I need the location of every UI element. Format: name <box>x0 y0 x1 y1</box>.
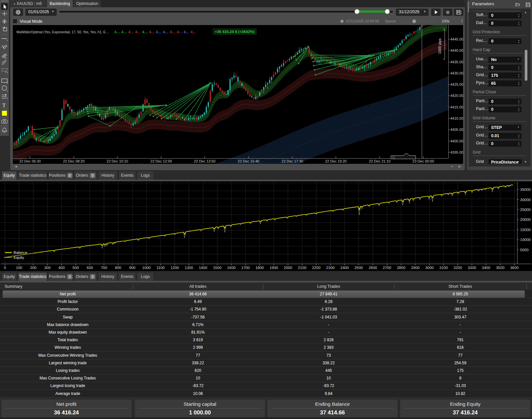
svg-text:200: 200 <box>30 266 36 270</box>
svg-text:4…: 4… <box>156 30 162 34</box>
svg-text:3300: 3300 <box>468 266 476 270</box>
svg-text:3600: 3600 <box>510 266 519 270</box>
svg-text:400: 400 <box>58 266 65 270</box>
svg-text:4435.00: 4435.00 <box>450 60 463 64</box>
svg-text:1900: 1900 <box>270 266 278 270</box>
svg-text:4440.00: 4440.00 <box>450 48 463 52</box>
svg-text:2000: 2000 <box>284 266 292 270</box>
svg-text:1000 pips: 1000 pips <box>438 38 442 54</box>
svg-text:4425.00: 4425.00 <box>450 82 463 86</box>
svg-text:3200: 3200 <box>454 266 462 270</box>
svg-text:4…: 4… <box>114 30 120 34</box>
svg-text:4430.00: 4430.00 <box>450 71 463 75</box>
svg-text:1800: 1800 <box>255 266 264 270</box>
svg-text:10000: 10000 <box>520 238 531 242</box>
svg-text:4…: 4… <box>170 30 175 34</box>
svg-text:100: 100 <box>16 266 22 270</box>
svg-text:2800: 2800 <box>397 266 405 270</box>
svg-text:2400: 2400 <box>340 266 349 270</box>
svg-text:500: 500 <box>73 266 79 270</box>
svg-text:15000: 15000 <box>520 228 531 232</box>
svg-text:4…: 4… <box>128 30 134 34</box>
svg-text:4400.00: 4400.00 <box>450 139 463 143</box>
svg-text:+36 416.24 $ (+3642%): +36 416.24 $ (+3642%) <box>215 30 255 34</box>
svg-text:4415.00: 4415.00 <box>450 105 463 109</box>
svg-text:3000: 3000 <box>425 266 434 270</box>
svg-text:2200: 2200 <box>312 266 321 270</box>
svg-text:600: 600 <box>87 266 93 270</box>
svg-text:2500: 2500 <box>354 266 363 270</box>
svg-text:MaWilderOptimal (Yes, Exponent: MaWilderOptimal (Yes, Exponential, 17, 5… <box>16 30 109 34</box>
svg-text:4…: 4… <box>191 30 196 34</box>
svg-text:20000: 20000 <box>520 218 531 222</box>
svg-text:22 Dec 06:30: 22 Dec 06:30 <box>19 159 41 163</box>
svg-text:4…: 4… <box>121 30 127 34</box>
svg-text:4410.00: 4410.00 <box>450 116 463 120</box>
svg-text:4…: 4… <box>135 30 141 34</box>
svg-text:25000: 25000 <box>520 208 531 212</box>
svg-text:Equity: Equity <box>14 255 24 259</box>
svg-text:1600: 1600 <box>227 266 236 270</box>
svg-text:4445.00: 4445.00 <box>450 37 463 41</box>
svg-text:4420.00: 4420.00 <box>450 94 463 98</box>
svg-text:23 Dec 00:00: 23 Dec 00:00 <box>412 159 434 163</box>
svg-text:1300: 1300 <box>185 266 193 270</box>
svg-text:F: F <box>5 70 7 74</box>
svg-text:4…: 4… <box>142 30 148 34</box>
svg-text:4…: 4… <box>177 30 182 34</box>
svg-text:1700: 1700 <box>241 266 250 270</box>
svg-text:T: T <box>2 102 6 108</box>
svg-text:2100: 2100 <box>298 266 307 270</box>
svg-text:4…: 4… <box>149 30 155 34</box>
svg-text:Balance: Balance <box>14 251 27 254</box>
svg-text:22 Dec 19:20: 22 Dec 19:20 <box>325 159 346 163</box>
svg-text:2900: 2900 <box>411 266 420 270</box>
svg-text:22 Dec 08:20: 22 Dec 08:20 <box>63 159 84 163</box>
svg-text:2600: 2600 <box>369 266 377 270</box>
svg-text:3400: 3400 <box>482 266 490 270</box>
svg-text:3500: 3500 <box>496 266 505 270</box>
svg-text:2300: 2300 <box>326 266 335 270</box>
svg-text:3100: 3100 <box>439 266 448 270</box>
svg-text:22 Dec 10:10: 22 Dec 10:10 <box>106 159 128 163</box>
svg-text:30000: 30000 <box>520 198 531 202</box>
svg-text:1100: 1100 <box>157 266 165 270</box>
svg-text:22 Dec 21:10: 22 Dec 21:10 <box>369 159 390 163</box>
svg-text:22 Dec 12:00: 22 Dec 12:00 <box>150 159 172 163</box>
svg-text:4395.00: 4395.00 <box>450 150 463 154</box>
svg-text:2700: 2700 <box>383 266 391 270</box>
svg-text:700: 700 <box>101 266 107 270</box>
svg-text:1500: 1500 <box>213 266 222 270</box>
svg-text:1400: 1400 <box>199 266 207 270</box>
svg-text:4…: 4… <box>184 30 189 34</box>
svg-text:22 Dec 13:50: 22 Dec 13:50 <box>194 159 215 163</box>
svg-text:4405.00: 4405.00 <box>450 128 463 132</box>
svg-text:1000: 1000 <box>142 266 151 270</box>
svg-text:5000: 5000 <box>520 248 529 252</box>
svg-text:35000: 35000 <box>520 188 531 192</box>
svg-text:1200: 1200 <box>170 266 179 270</box>
svg-text:300: 300 <box>44 266 50 270</box>
svg-text:0: 0 <box>4 266 6 270</box>
svg-text:4…: 4… <box>163 30 168 34</box>
svg-text:900: 900 <box>129 266 135 270</box>
svg-text:22 Dec 17:30: 22 Dec 17:30 <box>281 159 303 163</box>
svg-text:22 Dec 15:40: 22 Dec 15:40 <box>238 159 259 163</box>
svg-text:800: 800 <box>115 266 121 270</box>
